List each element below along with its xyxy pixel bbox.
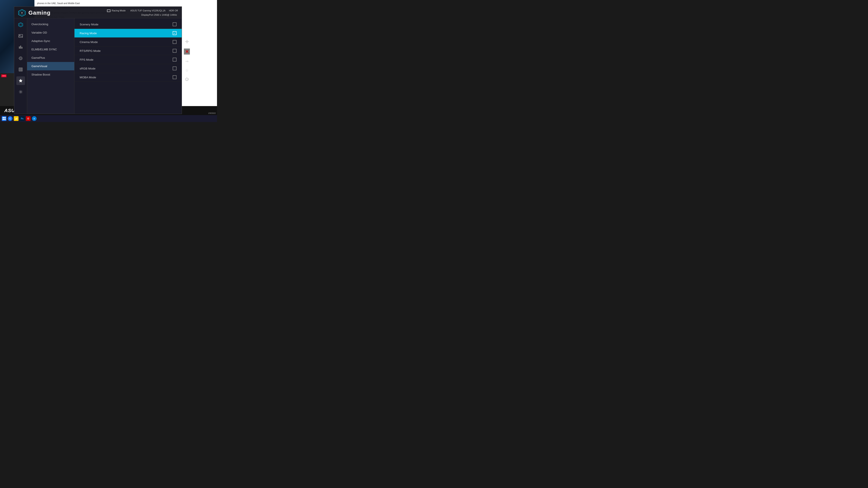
power-button[interactable]: ⏻ xyxy=(185,77,189,82)
svg-rect-8 xyxy=(20,45,21,48)
osd-monitor-info: Racing Mode ASUS TUF Gaming VG28UQL1A HD… xyxy=(107,9,178,17)
osd-header: T Gaming Racing Mode ASUS TUF Gaming VG2… xyxy=(14,7,182,18)
svg-rect-19 xyxy=(3,117,4,118)
close-button[interactable]: ✕ xyxy=(184,48,190,55)
checkbox-fps[interactable] xyxy=(173,58,177,62)
osd-body: Overclocking Variable OD Adaptive-Sync E… xyxy=(14,18,182,114)
menu-item-shadow-boost[interactable]: Shadow Boost xyxy=(27,70,74,79)
asus-tuf-logo-icon: T xyxy=(18,9,26,17)
osd-overlay: T Gaming Racing Mode ASUS TUF Gaming VG2… xyxy=(14,6,182,114)
menu-item-gamevisual[interactable]: GameVisual xyxy=(27,62,74,70)
svg-rect-12 xyxy=(19,68,22,71)
svg-rect-7 xyxy=(19,46,20,48)
svg-text:T: T xyxy=(21,12,23,14)
taskbar-chrome[interactable]: C xyxy=(8,116,12,121)
checkbox-scenery[interactable] xyxy=(173,22,177,26)
taskbar-ps[interactable]: Ps xyxy=(20,116,25,121)
svg-point-6 xyxy=(19,35,20,36)
menu-item-elmb[interactable]: ELMB/ELMB SYNC xyxy=(27,45,74,54)
osd-menu: Overclocking Variable OD Adaptive-Sync E… xyxy=(27,18,74,114)
svg-marker-17 xyxy=(19,79,22,82)
panel-option-fps[interactable]: FPS Mode xyxy=(74,55,182,64)
sidebar-icon-input[interactable] xyxy=(17,54,25,63)
svg-rect-22 xyxy=(4,119,6,120)
sidebar-icon-settings[interactable] xyxy=(17,88,25,96)
menu-item-adaptive-sync[interactable]: Adaptive-Sync xyxy=(27,37,74,45)
osd-sidebar xyxy=(14,18,27,114)
panel-option-cinema[interactable]: Cinema Mode xyxy=(74,38,182,46)
taskbar-windows[interactable] xyxy=(2,116,6,121)
osd-panel: Scenery Mode Racing Mode Cinema Mode RTS… xyxy=(74,18,182,114)
svg-rect-14 xyxy=(21,68,22,69)
monitor-connection: DisplayPort 2560 x 1440@ 144Hz xyxy=(107,13,177,17)
svg-point-18 xyxy=(20,91,21,93)
dpad-icon[interactable]: ✛ xyxy=(185,39,189,44)
ces-badge: CES xyxy=(1,74,6,77)
svg-rect-16 xyxy=(21,70,22,71)
favorite-button[interactable]: ☆ xyxy=(185,68,189,73)
monitor-icon xyxy=(107,9,111,12)
panel-option-racing[interactable]: Racing Mode xyxy=(74,29,182,38)
svg-rect-15 xyxy=(20,70,21,71)
menu-item-overclocking[interactable]: Overclocking xyxy=(27,20,74,28)
sidebar-icon-chart[interactable] xyxy=(17,43,25,52)
checkbox-srgb[interactable] xyxy=(173,66,177,70)
panel-option-srgb[interactable]: sRGB Mode xyxy=(74,64,182,73)
checkbox-rts-rpg[interactable] xyxy=(173,49,177,53)
monitor-model: ASUS TUF Gaming VG28UQL1A xyxy=(130,9,165,13)
monitor-mode: Racing Mode xyxy=(112,9,126,13)
monitor-hdr: HDR Off xyxy=(169,9,178,13)
timestamp: 1/5/2022 xyxy=(208,112,216,114)
sidebar-icon-star[interactable] xyxy=(17,76,25,85)
svg-point-10 xyxy=(19,57,22,60)
checkbox-racing[interactable] xyxy=(173,31,177,35)
osd-title-area: T Gaming xyxy=(18,9,51,17)
sidebar-icon-logo[interactable] xyxy=(17,21,25,29)
taskbar: C 📁 Ps O e xyxy=(0,115,217,122)
taskbar-opera[interactable]: O xyxy=(26,116,31,121)
sidebar-icon-gameplus[interactable] xyxy=(17,65,25,74)
taskbar-edge[interactable]: e xyxy=(32,116,37,121)
svg-rect-5 xyxy=(19,34,23,37)
svg-marker-4 xyxy=(19,24,22,26)
panel-option-moba[interactable]: MOBA Mode xyxy=(74,73,182,82)
svg-rect-20 xyxy=(4,117,6,118)
panel-option-rts-rpg[interactable]: RTS/RPG Mode xyxy=(74,46,182,55)
svg-rect-21 xyxy=(3,119,4,120)
monitor-line1: Racing Mode ASUS TUF Gaming VG28UQL1A HD… xyxy=(107,9,178,13)
svg-rect-9 xyxy=(22,47,22,48)
osd-right-controls: ✛ ✕ ⇒ ☆ ⏻ xyxy=(184,39,190,82)
menu-item-variable-od[interactable]: Variable OD xyxy=(27,28,74,37)
svg-rect-13 xyxy=(20,68,21,69)
checkbox-moba[interactable] xyxy=(173,75,177,79)
checkbox-cinema[interactable] xyxy=(173,40,177,44)
menu-item-gameplus[interactable]: GamePlus xyxy=(27,54,74,62)
panel-option-scenery[interactable]: Scenery Mode xyxy=(74,20,182,29)
svg-marker-3 xyxy=(19,23,23,27)
taskbar-files[interactable]: 📁 xyxy=(14,116,19,121)
osd-title: Gaming xyxy=(28,9,51,16)
sidebar-icon-image[interactable] xyxy=(17,32,25,40)
article-1: phones in the UAE, Saudi and Middle East xyxy=(37,2,214,5)
input-button[interactable]: ⇒ xyxy=(185,59,189,64)
